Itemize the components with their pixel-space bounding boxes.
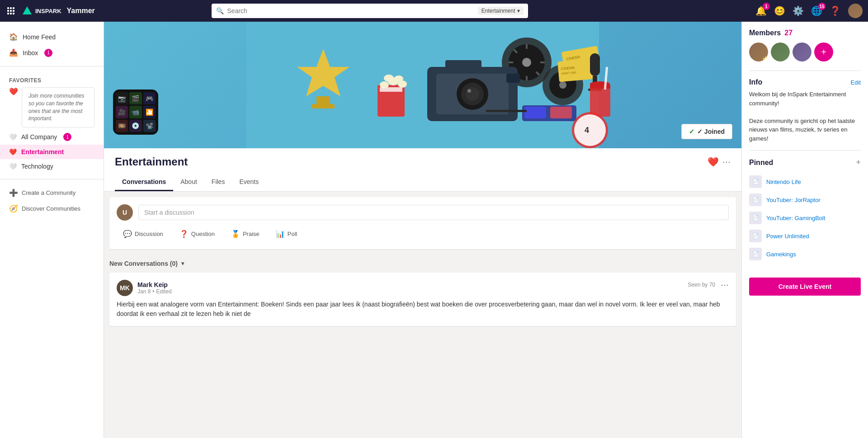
info-section: Info Edit Welkom bij de InSpark Entertai… bbox=[749, 78, 861, 143]
info-text: Welkom bij de InSpark Entertainment comm… bbox=[749, 90, 861, 143]
app-name: Yammer bbox=[67, 7, 95, 15]
post-meta-row: MK Mark Keip Jan 8 • Edited Seen by 70 bbox=[117, 280, 729, 296]
sidebar-label-inbox: Inbox bbox=[23, 49, 38, 57]
svg-point-4 bbox=[522, 58, 531, 67]
pinned-item-label-3: Power Unlimited bbox=[766, 233, 809, 240]
heart-outline-icon: 🤍 bbox=[9, 133, 17, 141]
members-title: Members 27 bbox=[749, 29, 861, 37]
tab-conversations[interactable]: Conversations bbox=[115, 174, 173, 191]
pinned-item-0[interactable]: 📄 Nintendo Life bbox=[749, 173, 861, 191]
sidebar-label-home-feed: Home Feed bbox=[23, 33, 56, 41]
praise-button[interactable]: 🏅 Praise bbox=[225, 226, 266, 242]
create-live-event-button[interactable]: Create Live Event bbox=[749, 278, 861, 296]
app-logo: INSPARK bbox=[22, 5, 61, 16]
main-layout: 🏠 Home Feed 📥 Inbox 1 Favorites ❤️ Join … bbox=[0, 22, 868, 438]
favorites-tooltip: Join more communities so you can favorit… bbox=[22, 87, 94, 127]
tab-events[interactable]: Events bbox=[232, 174, 266, 191]
question-button[interactable]: ❓ Question bbox=[173, 226, 221, 242]
sidebar-item-technology[interactable]: 🤍 Technology bbox=[0, 159, 104, 174]
start-discussion-input[interactable]: Start a discussion bbox=[138, 205, 729, 220]
post-author-name: Mark Keip bbox=[137, 281, 172, 288]
svg-point-22 bbox=[467, 89, 471, 93]
heart-active-icon: ❤️ bbox=[9, 148, 17, 155]
tab-about[interactable]: About bbox=[173, 174, 204, 191]
discover-communities-label: Discover Communities bbox=[22, 205, 80, 212]
info-edit-button[interactable]: Edit bbox=[851, 79, 861, 86]
sidebar-item-all-company[interactable]: 🤍 All Company 1 bbox=[0, 129, 104, 145]
notifications-button[interactable]: 🔔 1 bbox=[755, 5, 767, 16]
post-user-avatar-img: MK bbox=[117, 280, 133, 296]
pinned-item-icon-1: 📄 bbox=[749, 193, 762, 206]
members-avatars: ⭐ + bbox=[749, 42, 861, 61]
user-avatar[interactable] bbox=[848, 4, 863, 18]
discussion-button[interactable]: 💬 Discussion bbox=[117, 226, 170, 242]
post-card: MK Mark Keip Jan 8 • Edited Seen by 70 bbox=[109, 273, 736, 326]
inbox-icon: 📥 bbox=[9, 48, 18, 57]
sidebar-item-inbox[interactable]: 📥 Inbox 1 bbox=[0, 45, 104, 61]
search-bar[interactable]: 🔍 Entertainment ▾ bbox=[212, 4, 528, 18]
poll-button[interactable]: 📊 Poll bbox=[269, 226, 304, 242]
seen-by-label: Seen by 70 bbox=[688, 282, 715, 288]
sidebar-item-entertainment[interactable]: ❤️ Entertainment bbox=[0, 145, 104, 159]
members-section: Members 27 ⭐ + bbox=[749, 29, 861, 61]
post-edited-label: Edited bbox=[156, 288, 172, 295]
waffle-menu-button[interactable] bbox=[5, 5, 16, 16]
pinned-item-2[interactable]: 📄 YouTuber: GamingBolt bbox=[749, 209, 861, 227]
create-community-action[interactable]: ➕ Create a Community bbox=[0, 185, 104, 201]
community-title: Entertainment bbox=[115, 155, 188, 168]
sidebar-item-home-feed[interactable]: 🏠 Home Feed bbox=[0, 29, 104, 45]
check-icon: ✓ bbox=[689, 128, 694, 135]
svg-rect-47 bbox=[550, 107, 572, 118]
help-button[interactable]: ❓ bbox=[830, 5, 841, 16]
sidebar-label-technology: Technology bbox=[21, 163, 53, 170]
apps-button[interactable]: 🌐 15 bbox=[811, 5, 822, 16]
search-context-selector[interactable]: Entertainment ▾ bbox=[478, 7, 524, 15]
conversations-header[interactable]: New Conversations (0) ▾ bbox=[109, 254, 736, 273]
pinned-item-label-2: YouTuber: GamingBolt bbox=[766, 215, 826, 221]
notification-badge: 1 bbox=[763, 3, 770, 10]
pinned-add-button[interactable]: + bbox=[856, 158, 861, 167]
members-count: 27 bbox=[784, 29, 793, 37]
top-navigation: INSPARK Yammer 🔍 Entertainment ▾ 🔔 1 😊 ⚙… bbox=[0, 0, 868, 22]
apps-badge: 15 bbox=[818, 3, 826, 10]
community-header: Entertainment ❤️ ⋯ Conversations About F… bbox=[104, 148, 741, 192]
post-more-options-button[interactable]: ⋯ bbox=[721, 280, 729, 290]
tab-files[interactable]: Files bbox=[204, 174, 232, 191]
post-user-avatar: U bbox=[117, 204, 133, 221]
add-member-button[interactable]: + bbox=[814, 42, 833, 61]
pinned-title: Pinned bbox=[749, 159, 773, 167]
svg-rect-16 bbox=[312, 104, 335, 108]
svg-point-40 bbox=[394, 75, 403, 82]
pinned-item-1[interactable]: 📄 YouTuber: JorRaptor bbox=[749, 191, 861, 209]
community-banner: CINEMA FRONT ONE CINEMA ADMIT ONE bbox=[104, 22, 741, 148]
app-icon-overlay: 📷 🎬 🎮 🎥 📹 🎦 🎞️ 💿 📽️ bbox=[113, 89, 158, 135]
pinned-item-3[interactable]: 📄 Power Unlimited bbox=[749, 227, 861, 245]
praise-icon: 🏅 bbox=[231, 230, 240, 238]
post-input-row: U Start a discussion bbox=[117, 204, 729, 221]
post-content: Hierbij een wat analogere vorm van Enter… bbox=[117, 300, 729, 319]
discussion-icon: 💬 bbox=[123, 230, 132, 238]
settings-button[interactable]: ⚙️ bbox=[793, 5, 804, 16]
more-options-button[interactable]: ⋯ bbox=[722, 157, 731, 167]
topnav-icon-group: 🔔 1 😊 ⚙️ 🌐 15 ❓ bbox=[755, 4, 863, 18]
question-icon: ❓ bbox=[179, 230, 189, 238]
svg-rect-41 bbox=[590, 85, 610, 117]
emoji-button[interactable]: 😊 bbox=[774, 5, 785, 16]
community-tabs: Conversations About Files Events bbox=[115, 174, 731, 191]
praise-label: Praise bbox=[243, 231, 259, 237]
member-avatar-3[interactable] bbox=[793, 42, 811, 61]
member-avatar-2[interactable] bbox=[771, 42, 790, 61]
search-icon: 🔍 bbox=[216, 7, 224, 14]
member-avatar-1[interactable]: ⭐ bbox=[749, 42, 768, 61]
pinned-section: Pinned + 📄 Nintendo Life 📄 YouTuber: Jor… bbox=[749, 158, 861, 263]
all-company-badge: 1 bbox=[63, 133, 71, 141]
discover-communities-action[interactable]: 🧭 Discover Communities bbox=[0, 201, 104, 217]
poll-icon: 📊 bbox=[276, 230, 285, 238]
favorite-community-button[interactable]: ❤️ bbox=[708, 156, 719, 167]
pinned-item-4[interactable]: 📄 Gamekings bbox=[749, 245, 861, 263]
search-input[interactable] bbox=[227, 7, 474, 14]
conversations-section: New Conversations (0) ▾ MK Mark Keip Jan… bbox=[109, 254, 736, 326]
sidebar-label-entertainment: Entertainment bbox=[21, 148, 64, 155]
svg-rect-24 bbox=[506, 74, 520, 83]
joined-button[interactable]: ✓ ✓ Joined bbox=[681, 124, 732, 139]
